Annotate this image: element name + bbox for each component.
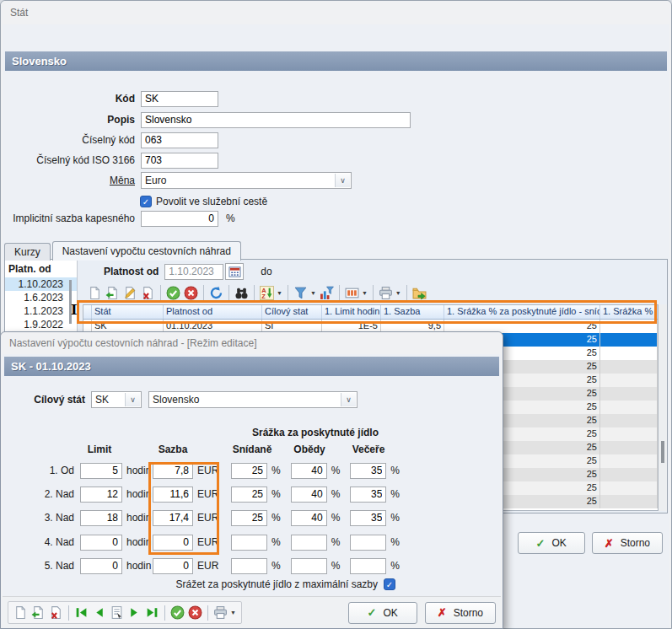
dialog-storno-label: Storno bbox=[454, 607, 483, 619]
search-icon[interactable] bbox=[233, 284, 250, 302]
delete-record-icon[interactable] bbox=[47, 604, 65, 621]
obedy-input[interactable] bbox=[291, 510, 327, 526]
tab-nastaveni-nahrad[interactable]: Nastavení vypočtu cestovních náhrad bbox=[52, 241, 241, 261]
dialog-title: Nastavení výpočtu cestovních náhrad - [R… bbox=[1, 332, 503, 354]
new-record-icon[interactable] bbox=[12, 604, 30, 621]
window-button-bar: ✓OK ✗Storno bbox=[518, 532, 663, 554]
filter-icon[interactable] bbox=[292, 284, 309, 302]
obedy-input[interactable] bbox=[291, 535, 327, 551]
cilovy-stat-name-select[interactable]: Slovensko ∨ bbox=[148, 391, 358, 408]
storno-button[interactable]: ✗Storno bbox=[592, 532, 663, 554]
platnost-od-input[interactable] bbox=[164, 264, 223, 280]
iso-input[interactable] bbox=[141, 153, 218, 169]
vecere-input[interactable] bbox=[350, 535, 386, 551]
record-list-icon[interactable] bbox=[108, 604, 126, 621]
columns-dropdown-icon[interactable]: ▼ bbox=[362, 290, 368, 296]
row-label: 5. Nad bbox=[28, 560, 74, 572]
annotation-sazba-highlight bbox=[148, 462, 219, 555]
pct-label: % bbox=[331, 465, 341, 476]
table-scrollbar[interactable] bbox=[659, 304, 667, 511]
popis-input[interactable] bbox=[141, 112, 411, 128]
chevron-down-icon[interactable]: ∨ bbox=[125, 393, 140, 406]
mena-select[interactable]: Euro ∨ bbox=[141, 172, 352, 189]
delete-record-icon[interactable] bbox=[139, 284, 157, 302]
print-dropdown-icon[interactable]: ▼ bbox=[230, 610, 236, 616]
snidane-input[interactable] bbox=[231, 463, 267, 479]
date-item-selected[interactable]: 1.10.2023 bbox=[5, 277, 77, 291]
snidane-input[interactable] bbox=[231, 558, 267, 574]
annotation-row-highlight bbox=[77, 300, 657, 324]
date-item[interactable]: 1.9.2022 bbox=[5, 318, 77, 331]
copy-record-icon[interactable] bbox=[30, 604, 47, 621]
edit-record-icon[interactable] bbox=[121, 284, 139, 302]
form-row-kod: Kód bbox=[3, 90, 218, 107]
new-record-icon[interactable] bbox=[86, 284, 104, 302]
sort-az-icon[interactable]: AZ bbox=[258, 284, 276, 302]
last-record-icon[interactable] bbox=[143, 604, 161, 621]
cancel-icon[interactable] bbox=[186, 604, 204, 621]
limit-input[interactable] bbox=[80, 535, 122, 551]
chevron-down-icon[interactable]: ∨ bbox=[341, 393, 356, 406]
povolit-label: Povolit ve služební cestě bbox=[156, 196, 267, 207]
dialog-storno-button[interactable]: ✗Storno bbox=[425, 602, 496, 624]
print-dropdown-icon[interactable]: ▼ bbox=[395, 290, 401, 296]
ok-button[interactable]: ✓OK bbox=[518, 532, 585, 554]
vecere-input[interactable] bbox=[350, 487, 386, 503]
svg-text:Z: Z bbox=[261, 293, 266, 300]
copy-record-icon[interactable] bbox=[104, 284, 121, 302]
confirm-icon[interactable] bbox=[169, 604, 186, 621]
snidane-input[interactable] bbox=[231, 535, 267, 551]
filter-graph-icon[interactable] bbox=[318, 284, 336, 302]
vecere-column-header: Večeře bbox=[347, 444, 390, 455]
limit-input[interactable] bbox=[80, 510, 122, 526]
limit-input[interactable] bbox=[80, 487, 122, 503]
table-scrollbar-thumb[interactable] bbox=[661, 441, 664, 463]
obedy-input[interactable] bbox=[291, 558, 327, 574]
hodin-label: hodin bbox=[126, 560, 153, 572]
limit-input[interactable] bbox=[80, 463, 122, 479]
record-header: Slovensko bbox=[5, 51, 667, 71]
tab-kurzy[interactable]: Kurzy bbox=[4, 243, 51, 261]
cilovy-stat-code-select[interactable]: SK ∨ bbox=[91, 391, 142, 408]
snidane-input[interactable] bbox=[231, 510, 267, 526]
pct-label: % bbox=[390, 488, 400, 500]
kod-input[interactable] bbox=[141, 91, 218, 107]
obedy-input[interactable] bbox=[291, 487, 327, 503]
obedy-column-header: Obědy bbox=[288, 444, 331, 455]
previous-record-icon[interactable] bbox=[90, 604, 108, 621]
vecere-input[interactable] bbox=[350, 463, 386, 479]
date-item[interactable]: 1.6.2023 bbox=[5, 291, 77, 304]
do-label: do bbox=[261, 266, 271, 277]
chevron-down-icon[interactable]: ∨ bbox=[335, 174, 350, 187]
date-item[interactable]: 1.1.2023 bbox=[5, 304, 77, 318]
ciselny-kod-input[interactable] bbox=[141, 132, 218, 148]
dialog-ok-button[interactable]: ✓OK bbox=[348, 602, 417, 624]
export-icon[interactable] bbox=[411, 284, 428, 302]
cilovy-stat-label: Cílový stát bbox=[3, 394, 85, 406]
form-row-povolit: ✓ Povolit ve služební cestě bbox=[140, 193, 267, 210]
columns-icon[interactable] bbox=[343, 284, 361, 302]
snidane-input[interactable] bbox=[231, 487, 267, 503]
vecere-input[interactable] bbox=[350, 510, 386, 526]
cancel-icon[interactable] bbox=[182, 284, 200, 302]
sort-dropdown-icon[interactable]: ▼ bbox=[277, 290, 282, 296]
first-record-icon[interactable] bbox=[73, 604, 90, 621]
povolit-checkbox[interactable]: ✓ bbox=[140, 196, 152, 207]
next-record-icon[interactable] bbox=[126, 604, 143, 621]
limit-input[interactable] bbox=[80, 558, 122, 574]
sazba-input[interactable] bbox=[153, 558, 193, 574]
implicitni-input[interactable] bbox=[141, 211, 218, 227]
print-icon[interactable] bbox=[212, 604, 229, 621]
confirm-icon[interactable] bbox=[164, 284, 182, 302]
calendar-icon[interactable] bbox=[225, 263, 244, 280]
srazet-checkbox-label: Srážet za poskytnuté jídlo z maximální s… bbox=[176, 578, 378, 590]
srazet-checkbox[interactable]: ✓ bbox=[384, 578, 395, 590]
window-title-text: Stát bbox=[10, 7, 28, 19]
vecere-input[interactable] bbox=[350, 558, 386, 574]
filter-dropdown-icon[interactable]: ▼ bbox=[310, 290, 316, 296]
print-icon[interactable] bbox=[377, 284, 395, 302]
obedy-input[interactable] bbox=[291, 463, 327, 479]
sazba-column-header: Sazba bbox=[151, 444, 195, 455]
refresh-icon[interactable] bbox=[207, 284, 225, 302]
srazka-section-header: Srážka za poskytnuté jídlo bbox=[233, 427, 398, 438]
